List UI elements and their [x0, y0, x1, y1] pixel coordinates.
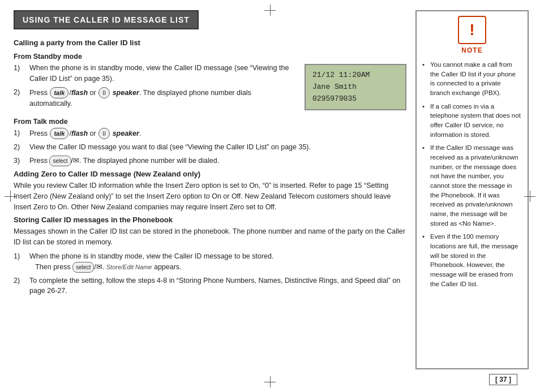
standby-step1-text: 1) When the phone is in standby mode, vi…: [14, 63, 295, 112]
speaker-label: speaker: [113, 89, 139, 97]
calling-party-section: Calling a party from the Caller ID list …: [14, 38, 406, 166]
talk-step-text-1: Press talk/flash or II speaker.: [29, 128, 406, 140]
talk-label: talk: [54, 88, 65, 98]
select-label-2: select: [76, 263, 91, 272]
bullet-dot-2: •: [422, 102, 428, 140]
crosshair-right: [524, 191, 535, 202]
from-talk-heading: From Talk mode: [14, 118, 406, 126]
bullet-dot-3: •: [422, 143, 428, 228]
lcd-display: 21/12 11:20AM Jane Smith 0295979035: [305, 64, 406, 110]
talk-step3: 3) Press select/✉. The displayed phone n…: [14, 156, 406, 166]
talk-step1: 1) Press talk/flash or II speaker.: [14, 128, 406, 140]
note-bullet-1: • You cannot make a call from the Caller…: [422, 60, 522, 98]
note-bullet-3: • If the Caller ID message was received …: [422, 143, 522, 228]
note-box: ! NOTE • You cannot make a call from the…: [415, 10, 529, 369]
from-standby-heading: From Standby mode: [14, 53, 406, 61]
storing-section: Storing Caller ID messages in the Phoneb…: [14, 216, 406, 296]
speaker-label-2: speaker: [113, 130, 139, 137]
flash-label: flash: [71, 89, 88, 97]
step-num-2: 2): [14, 87, 29, 109]
step-num: 1): [14, 63, 29, 84]
note-header: ! NOTE: [422, 16, 522, 55]
step-text: When the phone is in standby mode, view …: [29, 63, 295, 84]
storing-step-num-1: 1): [14, 251, 29, 273]
storing-body: Messages shown in the Caller ID list can…: [14, 226, 406, 248]
adding-zero-section: Adding Zero to Caller ID message (New Ze…: [14, 170, 406, 212]
step-text-2: Press talk/flash or II speaker. The disp…: [29, 87, 295, 109]
page-number: [ 37 ]: [489, 374, 517, 385]
talk-label-2: talk: [54, 129, 65, 139]
note-bullet-4: • Even if the 100 memory locations are f…: [422, 232, 522, 288]
exclamation-icon: !: [469, 22, 474, 38]
note-bullet-2: • If a call comes in via a telephone sys…: [422, 102, 522, 140]
lcd-line2: Jane Smith: [312, 83, 357, 91]
storing-step2: 2) To complete the setting, follow the s…: [14, 275, 406, 297]
storing-step-text-2: To complete the setting, follow the step…: [29, 275, 406, 297]
adding-zero-heading: Adding Zero to Caller ID message (New Ze…: [14, 170, 406, 178]
talk-step-num-2: 2): [14, 142, 29, 153]
talk-btn-2: talk: [50, 128, 68, 140]
speaker-icon-symbol: II: [102, 89, 106, 97]
left-content: USING THE CALLER ID MESSAGE LIST Calling…: [11, 10, 409, 369]
note-text-4: Even if the 100 memory locations are ful…: [430, 232, 522, 288]
select-label: select: [53, 157, 67, 165]
store-edit-label: Store/Edit Name: [106, 264, 152, 270]
select-btn-2: select: [72, 262, 94, 273]
talk-step2: 2) View the Caller ID message you want t…: [14, 142, 406, 153]
storing-step-text-1: When the phone is in standby mode, view …: [29, 251, 406, 273]
storing-step1-main: When the phone is in standby mode, view …: [29, 252, 273, 260]
bullet-dot-4: •: [422, 232, 428, 288]
note-icon: !: [458, 16, 486, 44]
crosshair-left: [5, 191, 16, 202]
bullet-dot-1: •: [422, 60, 428, 98]
lcd-line3: 0295979035: [312, 94, 357, 103]
crosshair-top: [264, 5, 276, 16]
talk-step-text-2: View the Caller ID message you want to d…: [29, 142, 406, 153]
page-container: USING THE CALLER ID MESSAGE LIST Calling…: [0, 0, 540, 392]
title-banner: USING THE CALLER ID MESSAGE LIST: [14, 10, 199, 29]
note-text-3: If the Caller ID message was received as…: [430, 143, 522, 228]
talk-step-num-1: 1): [14, 128, 29, 140]
speaker-symbol-2: II: [102, 130, 106, 138]
storing-step-num-2: 2): [14, 275, 29, 297]
note-text-2: If a call comes in via a telephone syste…: [430, 102, 522, 140]
talk-step-text-3: Press select/✉. The displayed phone numb…: [29, 156, 406, 166]
talk-button: talk: [50, 87, 68, 99]
select-btn: select: [49, 156, 71, 166]
storing-step1: 1) When the phone is in standby mode, vi…: [14, 251, 406, 273]
note-text-1: You cannot make a call from the Caller I…: [430, 60, 522, 98]
standby-step1-row: 1) When the phone is in standby mode, vi…: [14, 63, 406, 112]
calling-party-heading: Calling a party from the Caller ID list: [14, 38, 406, 47]
note-label: NOTE: [461, 45, 482, 55]
right-sidebar: ! NOTE • You cannot make a call from the…: [415, 10, 529, 369]
talk-step-num-3: 3): [14, 156, 29, 166]
storing-heading: Storing Caller ID messages in the Phoneb…: [14, 216, 406, 224]
adding-zero-body: While you review Caller ID information w…: [14, 180, 406, 212]
main-layout: USING THE CALLER ID MESSAGE LIST Calling…: [11, 10, 529, 369]
lcd-line1: 21/12 11:20AM: [312, 71, 370, 79]
crosshair-bottom: [264, 376, 276, 387]
flash-label-2: flash: [71, 130, 88, 137]
speaker-icon-btn: II: [98, 87, 110, 98]
speaker-icon-2: II: [98, 128, 110, 139]
standby-step1: 1) When the phone is in standby mode, vi…: [14, 63, 295, 84]
standby-step2: 2) Press talk/flash or II speaker. The d…: [14, 87, 295, 109]
